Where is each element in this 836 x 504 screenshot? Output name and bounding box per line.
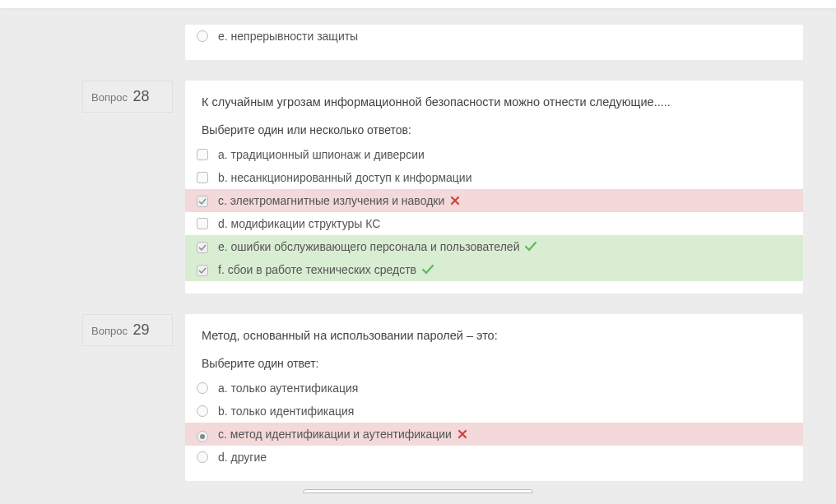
question-body-partial: e. непрерывности защиты [185,25,803,60]
question-row-partial: e. непрерывности защиты [0,25,836,60]
question-text: Метод, основанный на использовании парол… [185,329,803,357]
question-row-29: Вопрос 29 Метод, основанный на использов… [0,314,836,481]
answer-label: c. электромагнитные излучения и наводки [218,194,444,207]
answer-label: a. традиционный шпионаж и диверсии [218,148,425,161]
checkbox-input[interactable] [197,264,208,275]
answer-label: c. метод идентификации и аутентификации [218,428,452,441]
checkbox-input[interactable] [197,149,208,160]
answer-prompt: Выберите один или несколько ответов: [185,123,803,143]
checkbox-input[interactable] [197,195,208,206]
partial-dialog-border [303,489,533,493]
question-number: 28 [133,88,150,104]
answer-option[interactable]: c. метод идентификации и аутентификации [185,423,803,446]
question-body-28: К случайным угрозам информационной безоп… [185,81,803,294]
answer-option[interactable]: e. непрерывности защиты [185,25,803,48]
radio-input[interactable] [197,30,208,42]
answer-label: d. другие [218,451,267,464]
page-content: e. непрерывности защиты Вопрос 28 К случ… [0,25,836,504]
answer-label: b. только идентификация [218,405,354,418]
correct-icon [524,241,537,252]
answer-option[interactable]: f. сбои в работе технических средств [185,258,803,281]
checkbox-input[interactable] [197,241,208,252]
answer-label: f. сбои в работе технических средств [218,263,416,276]
radio-input[interactable] [197,451,208,463]
answer-label: a. только аутентификация [218,381,358,395]
answer-label: e. ошибки обслуживающего персонала и пол… [218,240,519,253]
answer-option[interactable]: b. только идентификация [185,400,803,423]
radio-input[interactable] [197,405,208,417]
incorrect-icon [457,428,468,440]
answer-prompt: Выберите один ответ: [185,357,803,377]
answer-option[interactable]: e. ошибки обслуживающего персонала и пол… [185,235,803,258]
answer-label: b. несанкционированный доступ к информац… [218,171,472,184]
partial-dialog-top [0,489,836,493]
question-number-box: Вопрос 29 [82,314,173,346]
question-label: Вопрос [91,91,128,104]
correct-icon [421,264,434,275]
answer-option[interactable]: b. несанкционированный доступ к информац… [185,166,803,189]
top-header-bar [0,0,836,8]
question-row-28: Вопрос 28 К случайным угрозам информацио… [0,81,836,294]
answer-option[interactable]: a. только аутентификация [185,377,803,400]
radio-input[interactable] [197,382,208,394]
question-number: 29 [133,321,150,338]
radio-input[interactable] [197,428,208,440]
question-label: Вопрос [91,325,128,337]
answer-option[interactable]: a. традиционный шпионаж и диверсии [185,143,803,166]
answer-option[interactable]: c. электромагнитные излучения и наводки [185,189,803,212]
question-number-box: Вопрос 28 [82,81,173,113]
answer-label: d. модификации структуры КС [218,217,380,230]
answer-option[interactable]: d. другие [185,446,803,469]
checkbox-input[interactable] [197,218,208,229]
checkbox-input[interactable] [197,172,208,183]
answer-option[interactable]: d. модификации структуры КС [185,212,803,235]
question-body-29: Метод, основанный на использовании парол… [185,314,803,481]
question-text: К случайным угрозам информационной безоп… [185,95,803,123]
answer-label: e. непрерывности защиты [218,30,358,43]
incorrect-icon [449,195,461,206]
